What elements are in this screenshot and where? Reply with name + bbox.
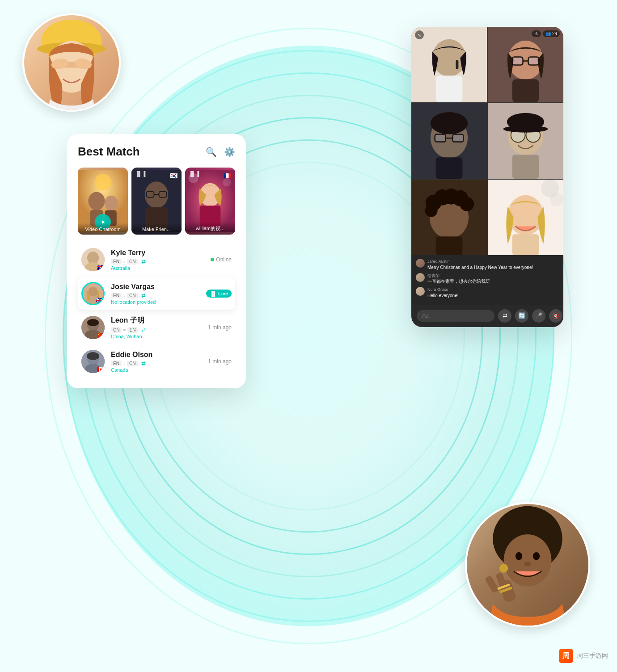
video-thumb-2[interactable]: ▐▌▐ 🇫🇷 william的视... [185,168,235,235]
watermark-logo: 周 [559,649,573,663]
svg-point-18 [94,174,111,190]
live-badge: ▐▌ Live [206,290,232,298]
grid-cell-4 [411,180,487,255]
user-info-eddie: Eddie Olson EN ≈ CN ⇄ Canada [111,351,208,373]
user-lang-josie: EN ≈ CN ⇄ [111,292,206,298]
grid-cell-3 [488,103,563,179]
svg-rect-65 [452,134,463,142]
video-label-0: Video Chatroom [78,223,128,235]
header-icons: 🔍 ⚙️ [206,147,235,157]
user-info-josie: Josie Vargas EN ≈ CN ⇄ No location provi… [111,283,206,305]
user-lang-eddie: EN ≈ CN ⇄ [111,360,208,366]
chat-avatar-jared [416,259,425,268]
user-item-leon[interactable]: 🇨🇳 Leon 子明 CN ≈ EN ⇄ China, Wuhan 1 min … [78,311,235,344]
user-location-leon: China, Wuhan [111,334,208,339]
chat-input-bar: ⇄ 🔄 🎤 🔇 ✖ [411,305,563,327]
flag-badge-2: 🇫🇷 [223,171,232,180]
user-name-eddie: Eddie Olson [111,351,208,359]
svg-point-9 [533,552,540,560]
chatroom-badges: ⚠ 👥 29 [532,30,560,37]
svg-rect-74 [512,155,539,179]
chat-text-0: Jared Austin Merry Christmas and a Happy… [427,259,533,271]
watermark-text: 周三手游网 [577,652,608,660]
user-item-eddie[interactable]: 🇨🇦 Eddie Olson EN ≈ CN ⇄ Canada 1 min ag… [78,345,235,378]
svg-point-73 [503,126,548,133]
chat-avatar-xin [416,273,425,282]
svg-point-37 [87,252,99,264]
translate-action-btn[interactable]: ⇄ [498,309,511,323]
svg-point-49 [87,352,99,360]
user-info-leon: Leon 子明 CN ≈ EN ⇄ China, Wuhan [111,316,208,339]
person-photo-bottom-right [465,502,590,627]
svg-rect-56 [512,79,539,102]
search-icon[interactable]: 🔍 [206,147,217,157]
svg-point-86 [550,193,563,206]
card-title: Best Match [78,145,140,159]
video-thumb-0[interactable]: Video Chatroom [78,168,128,235]
user-location-josie: No location provided [111,299,206,305]
chat-name-1: 信青荣 [427,273,490,279]
svg-point-40 [88,287,97,297]
svg-point-10 [524,562,531,566]
svg-point-8 [516,552,523,560]
chat-name-2: Nora Gross [427,287,458,293]
svg-point-16 [499,564,508,572]
user-list: 🇦🇺 Kyle Terry EN ≈ CN ⇄ Australia Online [78,244,235,378]
user-name-josie: Josie Vargas [111,283,206,291]
watermark: 周 周三手游网 [559,649,608,663]
chat-message-1: 信青荣 一直都在家里，想去尔你陪我玩 [416,273,559,285]
filter-icon[interactable]: ⚙️ [224,147,235,157]
best-match-card: Best Match 🔍 ⚙️ [67,134,246,388]
svg-point-45 [87,319,99,326]
svg-point-21 [105,196,118,211]
minimize-btn[interactable]: ⤡ [415,30,424,39]
avatar-kyle: 🇦🇺 [81,248,105,271]
user-lang-kyle: EN ≈ CN ⇄ [111,258,211,265]
svg-point-62 [431,112,468,134]
svg-rect-63 [436,157,463,179]
user-name-kyle: Kyle Terry [111,249,211,257]
chatroom-panel: ⤡ ⚠ 👥 29 [411,27,563,327]
grid-cell-0: ⤡ [411,27,487,102]
svg-point-19 [88,192,105,210]
mute-btn[interactable]: 🔇 [549,309,562,323]
user-lang-leon: CN ≈ EN ⇄ [111,327,208,333]
svg-rect-52 [436,76,463,102]
user-location-eddie: Canada [111,367,208,373]
svg-rect-53 [456,60,458,69]
sound-wave-2: ▐▌▐ [189,171,199,176]
svg-rect-58 [528,57,539,65]
chat-input[interactable] [417,310,494,322]
participant-count: 29 [552,31,557,36]
user-status-josie: ▐▌ Live [206,290,232,297]
grid-cell-5 [488,180,563,255]
user-item-josie[interactable]: 🇬🇧 Josie Vargas EN ≈ CN ⇄ No location pr… [78,277,235,310]
camera-btn[interactable]: 🔄 [515,309,528,323]
card-header: Best Match 🔍 ⚙️ [78,145,235,159]
avatar-eddie: 🇨🇦 [81,350,105,373]
user-item-kyle[interactable]: 🇦🇺 Kyle Terry EN ≈ CN ⇄ Australia Online [78,244,235,276]
chat-message-2: Nora Gross Hello everyone! [416,287,559,299]
chat-text-2: Nora Gross Hello everyone! [427,287,458,299]
svg-point-7 [504,534,552,587]
chat-name-0: Jared Austin [427,259,533,265]
avatar-leon: 🇨🇳 [81,316,105,339]
chat-message-0: Jared Austin Merry Christmas and a Happy… [416,259,559,271]
participant-badge: 👥 29 [543,30,560,37]
svg-rect-57 [512,57,523,65]
person-girl-natural-hair [467,504,588,626]
chat-text-1: 信青荣 一直都在家里，想去尔你陪我玩 [427,273,490,285]
grid-cell-2 [411,103,487,179]
user-info-kyle: Kyle Terry EN ≈ CN ⇄ Australia [111,249,211,271]
user-name-leon: Leon 子明 [111,316,208,325]
video-thumb-1[interactable]: ▐▌▐ 🇰🇷 Make Frien... [131,168,182,235]
person-girl-hat [24,15,119,110]
person-photo-top-left [22,13,121,112]
video-label-1: Make Frien... [131,223,182,235]
grid-cell-1: ⚠ 👥 29 [488,27,563,102]
sound-wave-1: ▐▌▐ [135,171,145,176]
video-row: Video Chatroom ▐▌▐ 🇰🇷 Make Frien... [78,168,235,235]
video-label-2: william的视... [185,222,235,235]
mic-btn[interactable]: 🎤 [532,309,545,323]
user-status-leon: 1 min ago [208,324,232,331]
